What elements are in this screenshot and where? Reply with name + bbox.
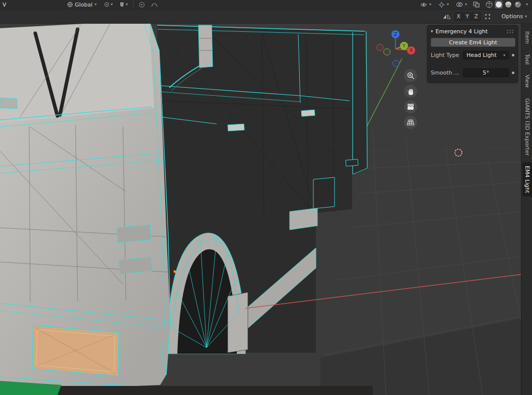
mirror-x-button[interactable]: X [454, 13, 463, 21]
animate-dot[interactable] [512, 54, 514, 56]
tab-view[interactable]: View [522, 71, 532, 91]
selected-face-grille [32, 325, 119, 376]
collapse-chevron-icon[interactable]: ▾ [431, 29, 433, 34]
proportional-editing-icon [139, 2, 145, 8]
smooth-label: Smooth ... [431, 70, 460, 76]
viewport-header: V Global ▾ ▾ ▾ [0, 0, 532, 10]
proportional-editing-button[interactable] [138, 1, 146, 9]
shading-mode-group[interactable]: ▾ [484, 0, 529, 10]
tool-settings-bar: X Y Z Options ▾ [0, 10, 532, 24]
viewport-nav-buttons [404, 69, 417, 129]
magnet-icon [119, 2, 125, 8]
camera-view-button[interactable] [404, 100, 417, 113]
tab-item[interactable]: Item [522, 28, 532, 47]
options-dropdown[interactable]: Options ▾ [502, 13, 527, 20]
chevron-down-icon: ▾ [525, 15, 527, 19]
truck-model[interactable] [0, 20, 368, 392]
snap-magnet-button[interactable]: ▾ [118, 1, 129, 9]
show-overlays-dropdown[interactable]: ▾ [454, 1, 469, 8]
xray-icon [473, 2, 480, 8]
gizmo-minus-x-ball[interactable] [377, 44, 383, 51]
chevron-down-icon: ▾ [111, 3, 113, 7]
perspective-grid-icon [407, 119, 415, 126]
gizmo-minus-z-ball[interactable] [393, 60, 400, 67]
mirror-y-button[interactable]: Y [463, 13, 472, 21]
viewport-corner-label: V [3, 2, 7, 8]
pan-button[interactable] [404, 85, 417, 98]
svg-text:Z: Z [394, 32, 397, 37]
proportional-falloff-dropdown[interactable] [150, 1, 159, 8]
gizmo-x-ball[interactable]: X [407, 46, 415, 54]
zoom-button[interactable] [404, 69, 417, 82]
light-type-dropdown[interactable]: Head Light ▾ [463, 51, 509, 59]
mirror-icon [443, 13, 451, 20]
tab-tool[interactable]: Tool [522, 50, 532, 68]
panel-grip-icon[interactable] [506, 29, 514, 34]
xray-toggle-button[interactable] [472, 1, 481, 8]
svg-text:X: X [410, 48, 413, 53]
sidebar-tab-strip: Item Tool View GIANTS I3D Exporter EM4 L… [521, 24, 532, 395]
svg-text:Y: Y [402, 43, 406, 48]
pivot-icon [104, 2, 110, 8]
gizmo-z-ball[interactable]: Z [391, 30, 400, 38]
globe-icon [67, 2, 73, 8]
light-type-label: Light Type [431, 52, 460, 58]
chevron-down-icon: ▾ [465, 3, 467, 7]
overlays-icon [456, 2, 463, 8]
create-em4-light-button[interactable]: Create Em4 Light [431, 38, 515, 47]
rendered-shading-icon[interactable] [515, 2, 521, 8]
snap-increment-button[interactable] [483, 13, 492, 21]
options-label: Options [502, 13, 523, 20]
solid-shading-icon-active[interactable] [495, 1, 503, 9]
camera-icon [407, 103, 415, 110]
left-mirror [0, 98, 17, 109]
divider [133, 2, 134, 8]
wireframe-shading-icon[interactable] [486, 2, 492, 8]
smooth-angle-value: 5° [483, 70, 489, 76]
smooth-angle-field[interactable]: 5° [463, 69, 509, 77]
navigation-gizmo[interactable]: Z Y X [375, 26, 421, 72]
gizmo-minus-y-ball[interactable] [384, 49, 390, 55]
animate-dot[interactable] [512, 72, 514, 74]
tab-giants-i3d-exporter[interactable]: GIANTS I3D Exporter [522, 95, 532, 159]
mirror-button[interactable] [442, 13, 452, 20]
chevron-down-icon: ▾ [447, 3, 449, 7]
em4-light-panel: ▾ Emergency 4 Light Create Em4 Light Lig… [427, 25, 518, 83]
gizmo-icon [438, 2, 445, 8]
light-type-value: Head Light [467, 52, 497, 58]
tab-em4-light[interactable]: EM4 Light [522, 162, 532, 196]
transform-orientation-dropdown[interactable]: Global ▾ [65, 1, 99, 9]
chevron-down-icon: ▾ [503, 53, 505, 57]
material-preview-shading-icon[interactable] [505, 2, 511, 8]
gizmo-y-ball[interactable]: Y [400, 42, 408, 50]
falloff-curve-icon [151, 2, 158, 8]
eye-icon [420, 2, 427, 8]
orientation-label: Global [75, 2, 93, 8]
chevron-down-icon: ▾ [95, 3, 97, 7]
mirror-z-button[interactable]: Z [472, 13, 481, 21]
mirror-axis-group: X Y Z [454, 13, 481, 21]
visibility-dropdown[interactable]: ▾ [418, 2, 433, 8]
panel-header[interactable]: ▾ Emergency 4 Light [428, 26, 517, 37]
active-vertex [174, 271, 176, 273]
ortho-toggle-button[interactable] [404, 116, 417, 129]
show-gizmo-dropdown[interactable]: ▾ [436, 1, 451, 9]
3d-cursor [452, 147, 464, 159]
zoom-icon [407, 72, 415, 80]
chevron-down-icon: ▾ [126, 3, 128, 7]
hand-icon [407, 88, 415, 95]
snap-pivot-dropdown[interactable]: ▾ [103, 1, 114, 8]
panel-title: Emergency 4 Light [436, 28, 504, 35]
chevron-down-icon: ▾ [526, 3, 528, 7]
snap-grid-icon [484, 13, 491, 20]
chevron-down-icon: ▾ [429, 3, 431, 7]
